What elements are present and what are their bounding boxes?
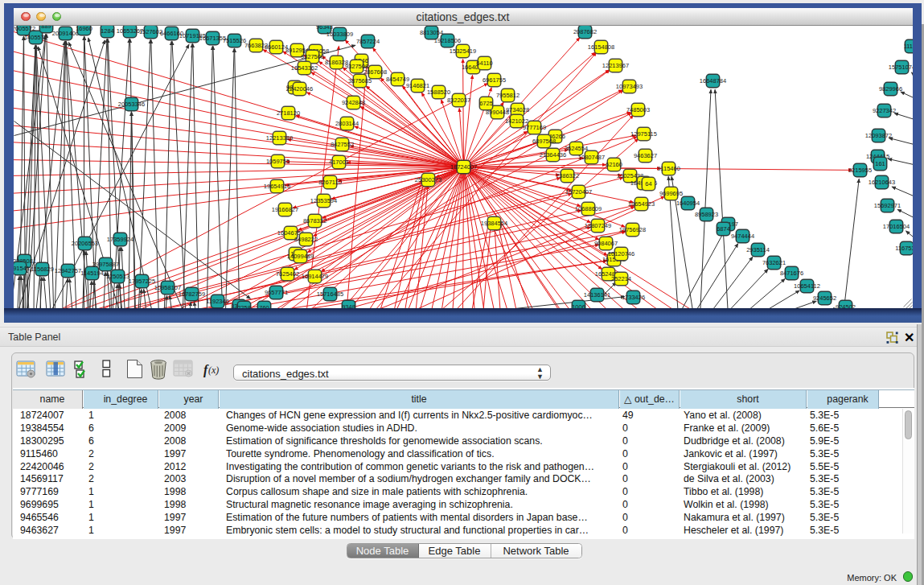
svg-text:6874: 6874 [717,225,730,233]
svg-text:10688609: 10688609 [574,205,601,212]
svg-text:22420046: 22420046 [285,85,312,93]
svg-text:10120746: 10120746 [607,250,634,257]
svg-text:1527602: 1527602 [138,28,162,35]
svg-text:8498222: 8498222 [294,236,317,243]
svg-text:10958107: 10958107 [154,284,180,291]
svg-text:2718120: 2718120 [276,109,299,117]
svg-text:8471676: 8471676 [779,270,803,277]
svg-text:15716485: 15716485 [316,290,343,298]
svg-text:8958923: 8958923 [694,211,717,218]
svg-text:12975115: 12975115 [630,130,657,138]
svg-text:9777169: 9777169 [522,124,545,131]
svg-text:(x): (x) [208,365,219,376]
svg-text:7515526: 7515526 [222,37,245,44]
svg-text:14099489: 14099489 [286,253,313,260]
svg-text:6961755: 6961755 [482,76,505,84]
svg-text:9348: 9348 [342,303,355,309]
svg-text:1250513: 1250513 [105,273,129,280]
svg-text:10807487: 10807487 [577,154,604,161]
svg-text:15692971: 15692971 [873,202,900,209]
svg-text:991541: 991541 [14,265,30,272]
svg-text:9657771: 9657771 [264,289,287,296]
svg-text:889: 889 [41,26,51,30]
svg-text:16033809: 16033809 [326,31,352,38]
svg-text:15751074: 15751074 [888,64,912,71]
svg-text:8427552: 8427552 [330,141,353,148]
svg-text:1588520: 1588520 [426,89,450,96]
svg-text:2935114: 2935114 [746,246,770,253]
svg-text:7625402: 7625402 [275,270,298,278]
svg-text:2803144: 2803144 [335,120,358,127]
svg-text:18724007: 18724007 [450,163,476,171]
svg-text:21364436: 21364436 [539,151,565,159]
svg-text:8660124: 8660124 [264,43,287,51]
svg-text:19654915: 19654915 [263,183,290,190]
svg-text:1167533: 1167533 [895,245,913,252]
svg-text:12213967: 12213967 [602,62,628,69]
svg-text:9463627: 9463627 [633,152,656,159]
svg-text:9227342: 9227342 [872,107,895,114]
svg-text:11172: 11172 [903,43,912,50]
svg-text:8813054: 8813054 [419,29,442,36]
svg-text:2867608: 2867608 [363,68,386,76]
svg-text:19756928: 19756928 [618,226,645,233]
svg-text:2258: 2258 [237,304,251,309]
svg-text:1059755: 1059755 [265,158,289,165]
svg-text:1006: 1006 [572,303,585,309]
svg-text:1284: 1284 [101,27,114,35]
svg-text:6897568: 6897568 [532,138,555,145]
svg-text:17359924: 17359924 [106,236,133,243]
svg-text:39975887: 39975887 [92,261,118,268]
svg-text:16914479: 16914479 [301,273,327,280]
svg-text:10654112: 10654112 [794,282,820,290]
svg-text:12093872: 12093872 [864,132,891,139]
svg-text:15325419: 15325419 [449,47,475,55]
svg-text:9146821: 9146821 [405,82,429,89]
svg-text:8267110: 8267110 [318,179,342,186]
svg-text:6725: 6725 [479,100,493,107]
svg-text:9084067: 9084067 [593,240,617,247]
svg-text:3875685: 3875685 [347,77,371,84]
svg-text:16648784: 16648784 [699,77,725,84]
svg-text:7485003: 7485003 [626,106,649,113]
svg-text:19218506: 19218506 [433,37,460,44]
svg-text:16543362: 16543362 [290,64,317,72]
svg-text:20206553: 20206553 [71,240,97,247]
svg-text:16782759: 16782759 [178,290,204,298]
svg-text:9327500: 9327500 [300,53,323,60]
svg-text:9699695: 9699695 [659,190,682,197]
svg-text:16154808: 16154808 [587,43,614,51]
svg-text:1405572: 1405572 [23,34,47,41]
svg-text:10973493: 10973493 [615,83,642,90]
svg-text:64: 64 [645,180,651,187]
svg-text:19654923: 19654923 [627,200,654,208]
svg-text:12213389: 12213389 [265,134,292,142]
svg-text:25300273: 25300273 [414,176,441,183]
svg-text:9245652: 9245652 [812,295,836,302]
svg-text:9115460: 9115460 [657,165,680,172]
svg-text:417001: 417001 [328,159,348,166]
svg-text:19384554: 19384554 [480,220,507,227]
svg-text:9474444: 9474444 [730,233,754,240]
svg-text:8215955: 8215955 [848,167,871,174]
svg-text:1733426: 1733426 [621,294,644,301]
svg-text:14136141: 14136141 [583,291,610,299]
svg-text:1640954: 1640954 [676,200,699,207]
svg-text:17016504: 17016504 [882,223,909,230]
svg-text:924502: 924502 [835,303,855,309]
svg-text:161: 161 [875,160,885,167]
svg-text:20053346: 20053346 [117,101,144,108]
svg-text:1192346: 1192346 [206,298,229,305]
svg-text:7857224: 7857224 [355,38,379,45]
svg-text:16960: 16960 [76,26,92,32]
svg-text:18807249: 18807249 [584,222,610,229]
svg-text:7386322: 7386322 [555,172,578,179]
svg-text:15720407: 15720407 [565,188,591,196]
svg-text:9242848: 9242848 [341,99,364,106]
svg-text:2087682: 2087682 [573,28,596,35]
svg-text:64110: 64110 [476,60,492,67]
svg-text:760: 760 [259,304,269,309]
svg-text:19166827: 19166827 [271,206,298,213]
svg-text:12942757: 12942757 [54,267,80,274]
svg-text:9829966: 9829966 [878,85,901,93]
